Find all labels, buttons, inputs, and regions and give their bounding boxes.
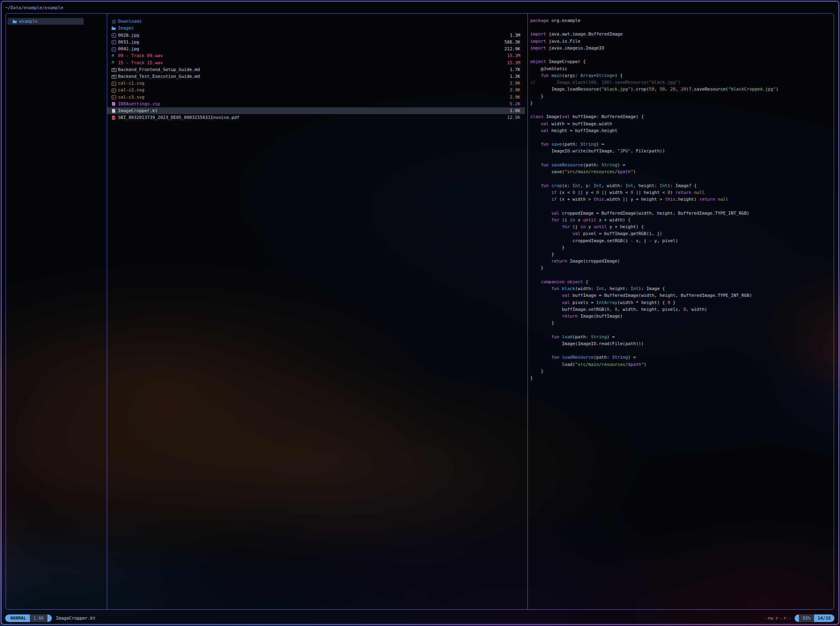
code-token: fun	[541, 142, 549, 147]
file-row[interactable]: ImageCropper.kt1.6K	[107, 107, 525, 114]
code-line: import java.awt.image.BufferedImage	[530, 32, 833, 38]
code-token: ,	[654, 87, 659, 92]
code-line: val width = buffImage.width	[530, 121, 833, 128]
file-name: Backend_Test_Execution_Guide.md	[118, 74, 200, 79]
file-row[interactable]: cal-c3.svg2.9K	[107, 94, 525, 101]
code-token: ): Image {	[639, 286, 665, 291]
code-token: (path:	[583, 162, 601, 168]
code-token: , File(path))	[631, 148, 665, 154]
code-token: Int	[596, 286, 604, 291]
file-row[interactable]: SBI_0032013739_2023_DE05_0003155631Invoi…	[107, 114, 525, 121]
file-size: 2.9K	[510, 87, 521, 93]
code-token: until	[583, 217, 596, 223]
code-line: ImageIO.write(buffImage, "JPG", File(pat…	[530, 148, 833, 155]
code-token	[549, 183, 551, 188]
code-token: (width * height) {	[618, 300, 668, 305]
file-row[interactable]: 0028.jpg1.3M	[107, 32, 525, 38]
code-token: }	[530, 94, 543, 99]
code-token: 0	[572, 190, 575, 195]
file-icon	[112, 109, 116, 113]
code-token: String	[596, 73, 612, 78]
file-row[interactable]: 0042.jpg212.9K	[107, 45, 525, 52]
code-token: import	[530, 39, 546, 44]
code-token: Int	[594, 183, 602, 188]
code-token: }	[530, 320, 554, 326]
code-line	[530, 273, 833, 279]
code-token: "blackCropped.jpg"	[728, 87, 776, 92]
code-line: }	[530, 265, 833, 272]
folder-icon	[13, 19, 17, 24]
code-token: (x + width >	[557, 197, 594, 202]
file-row[interactable]: cal-c1.svg2.9K	[107, 80, 525, 87]
code-token: }	[530, 101, 533, 106]
file-row[interactable]: 0031.jpg586.3K	[107, 39, 525, 45]
code-token: || width <	[599, 190, 630, 195]
code-token: save(	[530, 169, 565, 174]
code-token	[530, 162, 541, 168]
code-line: fun main(args: Array<String>) {	[530, 73, 833, 80]
code-line: fun loadResource(path: String) =	[530, 355, 833, 361]
file-row[interactable]: 09 - Track 09.wav15.3M	[107, 52, 525, 59]
code-token: "	[641, 362, 644, 367]
parent-pane[interactable]: example	[6, 14, 107, 609]
download-icon	[112, 19, 116, 24]
image-icon	[112, 47, 116, 51]
scroll-percent: 93%	[799, 614, 814, 622]
file-name: Images	[118, 26, 134, 31]
permissions-text: -rw-r--r--	[765, 616, 791, 621]
code-token: ,	[610, 307, 615, 312]
file-row[interactable]: Backend_Test_Execution_Guide.md1.3K	[107, 73, 525, 80]
file-size: 1.3M	[510, 33, 521, 38]
code-token: (x <	[557, 190, 572, 195]
file-size-badge: 1.6K	[30, 614, 48, 622]
code-token: || height <	[633, 190, 667, 195]
file-size: 1.7K	[510, 67, 521, 72]
code-token: save	[551, 142, 562, 147]
code-token: height = buffImage.height	[549, 128, 617, 133]
code-token	[530, 279, 541, 284]
code-token: $path	[628, 362, 641, 367]
code-token	[549, 162, 551, 168]
code-token	[530, 128, 541, 133]
file-row[interactable]: IDEAsettings.zip5.2K	[107, 101, 525, 107]
code-token: .height)	[675, 197, 699, 202]
code-token: "src/main/resources/	[565, 169, 617, 174]
code-token: 50	[660, 87, 665, 92]
code-token: fun	[551, 355, 559, 360]
file-row[interactable]: Downloads	[107, 18, 525, 25]
code-token: }	[530, 252, 554, 257]
code-token: ).crop(	[631, 87, 649, 92]
code-token: Int	[631, 286, 639, 291]
file-row[interactable]: 15 - Track 15.wav15.3M	[107, 59, 525, 66]
file-row[interactable]: Backend_Frontend_Setup_Guide.md1.7K	[107, 66, 525, 73]
permission-char: r	[775, 616, 778, 621]
code-line: package org.example	[530, 18, 833, 25]
code-line: fun saveResource(path: String) =	[530, 162, 833, 169]
code-token: fun	[541, 183, 549, 188]
code-line: object ImageCropper {	[530, 59, 833, 66]
code-line: if (x < 0 || y < 0 || width < 0 || heigh…	[530, 190, 833, 197]
file-row[interactable]: cal-c2.svg2.9K	[107, 87, 525, 93]
code-line: load("src/main/resources/$path")	[530, 362, 833, 369]
file-name: IDEAsettings.zip	[118, 101, 160, 107]
file-row[interactable]: Images	[107, 25, 525, 32]
code-token: }	[530, 245, 565, 250]
code-line: val croppedImage = BufferedImage(width, …	[530, 211, 833, 217]
code-token: val	[562, 293, 570, 298]
code-token: "JPG"	[618, 148, 631, 154]
parent-dir-item[interactable]: example	[8, 18, 84, 25]
code-line: Image.loadResource("black.jpg").crop(50,…	[530, 87, 833, 93]
file-list-pane[interactable]: DownloadsImages0028.jpg1.3M0031.jpg586.3…	[107, 14, 527, 609]
code-line: import javax.imageio.ImageIO	[530, 45, 833, 52]
permission-char: w	[770, 616, 773, 621]
code-token: width = buffImage.width	[549, 121, 612, 126]
file-size: 15.3M	[507, 60, 520, 65]
file-name: cal-c3.svg	[118, 95, 144, 100]
code-token: ,	[665, 87, 670, 92]
code-token: IntArray	[596, 300, 618, 305]
code-token: (x:	[562, 183, 573, 188]
code-line	[530, 176, 833, 183]
code-token: load	[562, 334, 572, 340]
audio-icon	[112, 60, 116, 65]
image-icon	[112, 88, 116, 93]
